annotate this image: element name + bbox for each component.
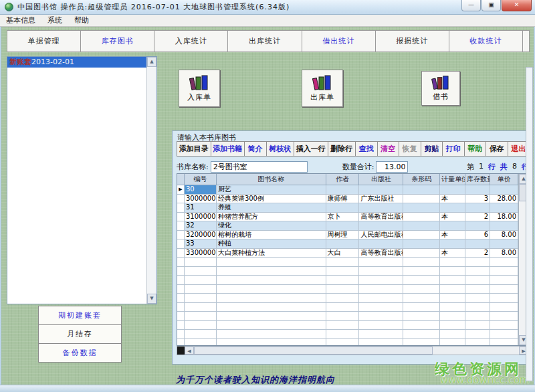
cell-barcode[interactable]	[403, 339, 440, 347]
cell-barcode[interactable]	[403, 321, 440, 330]
column-header-4[interactable]: 条形码	[403, 174, 440, 185]
cell-name[interactable]	[217, 285, 326, 294]
toolbar-button-0[interactable]: 添加目录	[177, 141, 211, 157]
table-row-empty[interactable]	[177, 330, 518, 339]
cell-qty[interactable]	[465, 294, 490, 303]
cell-name[interactable]: 养殖	[217, 203, 326, 213]
column-header-0[interactable]: 编号	[185, 174, 217, 185]
cell-unit[interactable]	[440, 267, 465, 276]
cell-publisher[interactable]	[359, 267, 403, 276]
cell-author[interactable]	[326, 303, 360, 312]
cell-unit[interactable]: 本	[440, 231, 465, 240]
cell-price[interactable]	[490, 339, 518, 347]
cell-id[interactable]: 30000001	[185, 195, 217, 204]
cell-qty[interactable]	[465, 267, 490, 276]
cell-name[interactable]: 经典菜谱300例	[217, 195, 326, 204]
cell-barcode[interactable]	[403, 285, 440, 294]
table-row-empty[interactable]	[177, 285, 518, 294]
cell-publisher[interactable]	[359, 221, 403, 231]
maximize-button[interactable]: ▣	[481, 0, 501, 11]
cell-price[interactable]: 8.00	[490, 231, 518, 240]
cell-publisher[interactable]	[359, 294, 403, 303]
cell-publisher[interactable]	[359, 239, 403, 249]
cell-qty[interactable]	[465, 321, 490, 330]
cell-publisher[interactable]: 人民邮电出版社	[359, 231, 403, 240]
cell-unit[interactable]	[440, 312, 465, 321]
cell-qty[interactable]	[465, 330, 490, 339]
toolbar-button-4[interactable]: 插入一行	[294, 141, 328, 157]
inbound-slip-button[interactable]: 入库单	[179, 70, 220, 107]
cell-id[interactable]	[185, 276, 217, 285]
cell-name[interactable]: 绿化	[217, 221, 326, 231]
cell-barcode[interactable]	[403, 185, 440, 195]
cell-price[interactable]: 8.00	[490, 249, 518, 258]
cell-price[interactable]	[490, 185, 518, 195]
cell-price[interactable]: 28.00	[490, 195, 518, 204]
cell-author[interactable]	[326, 267, 360, 276]
cell-unit[interactable]	[440, 339, 465, 347]
cell-publisher[interactable]	[359, 258, 403, 267]
cell-id[interactable]	[185, 330, 217, 339]
menu-item-2[interactable]: 帮助	[68, 15, 95, 25]
cell-id[interactable]	[185, 312, 217, 321]
cell-name[interactable]	[217, 321, 326, 330]
cell-qty[interactable]	[465, 312, 490, 321]
cell-publisher[interactable]: 高等教育出版社	[359, 213, 403, 222]
cell-unit[interactable]: 本	[440, 249, 465, 258]
cell-unit[interactable]	[440, 276, 465, 285]
cell-name[interactable]: 种植	[217, 239, 326, 249]
cell-publisher[interactable]: 高等教育出版社	[359, 249, 403, 258]
cell-id[interactable]	[185, 321, 217, 330]
cell-price[interactable]	[490, 221, 518, 231]
toolbar-button-9[interactable]: 剪贴	[421, 141, 443, 157]
cell-author[interactable]	[326, 203, 360, 213]
toolbar-button-10[interactable]: 打印	[442, 141, 465, 157]
close-button[interactable]: ✕	[502, 0, 532, 11]
cell-qty[interactable]: 2	[465, 213, 490, 222]
cell-qty[interactable]: 6	[465, 231, 490, 240]
menu-item-1[interactable]: 系统	[41, 15, 68, 25]
cell-unit[interactable]	[440, 221, 465, 231]
side-button-1[interactable]: 月结存	[38, 324, 122, 344]
table-row-empty[interactable]	[177, 276, 518, 285]
cell-name[interactable]	[217, 267, 326, 276]
table-row[interactable]: 32绿化	[177, 221, 518, 231]
toolbar-button-2[interactable]: 简介	[244, 141, 267, 157]
cell-barcode[interactable]	[403, 195, 440, 204]
column-header-5[interactable]: 计量单位	[440, 174, 465, 185]
column-header-2[interactable]: 作者	[326, 174, 360, 185]
cell-author[interactable]: 京卜	[326, 213, 360, 222]
cell-name[interactable]	[217, 303, 326, 312]
table-horizontal-scrollbar[interactable]: ◀ ▶	[177, 346, 529, 355]
cell-author[interactable]	[326, 258, 360, 267]
cell-name[interactable]: 种猪营养配方	[217, 213, 326, 222]
cell-price[interactable]	[490, 303, 518, 312]
cell-id[interactable]: 33	[185, 239, 217, 249]
cell-id[interactable]	[185, 303, 217, 312]
cell-unit[interactable]	[440, 321, 465, 330]
cell-barcode[interactable]	[403, 203, 440, 213]
borrow-book-button[interactable]: 借书	[421, 71, 460, 106]
table-row[interactable]: 31000001种猪营养配方京卜高等教育出版社本218.00	[177, 213, 518, 222]
cell-qty[interactable]	[465, 339, 490, 347]
table-row-empty[interactable]	[177, 294, 518, 303]
toolbar-button-3[interactable]: 树枝状	[266, 141, 295, 157]
cell-author[interactable]: 康师傅	[326, 195, 360, 204]
cell-unit[interactable]	[440, 239, 465, 249]
scroll-thumb[interactable]	[194, 347, 433, 355]
cell-unit[interactable]	[440, 185, 465, 195]
cell-author[interactable]	[326, 294, 360, 303]
cell-unit[interactable]	[440, 258, 465, 267]
cell-price[interactable]	[490, 321, 518, 330]
toolbar-button-11[interactable]: 帮助	[464, 141, 487, 157]
cell-barcode[interactable]	[403, 276, 440, 285]
toolbar-button-8[interactable]: 恢复	[399, 141, 421, 157]
cell-id[interactable]	[185, 267, 217, 276]
cell-id[interactable]: 33000001	[185, 249, 217, 258]
cell-name[interactable]	[217, 276, 326, 285]
column-header-1[interactable]: 图书名称	[217, 174, 326, 185]
scroll-left-icon[interactable]: ◀	[185, 347, 194, 355]
cell-name[interactable]: 厨艺	[217, 185, 326, 195]
outbound-slip-button[interactable]: 出库单	[302, 70, 343, 107]
table-row-empty[interactable]	[177, 267, 518, 276]
